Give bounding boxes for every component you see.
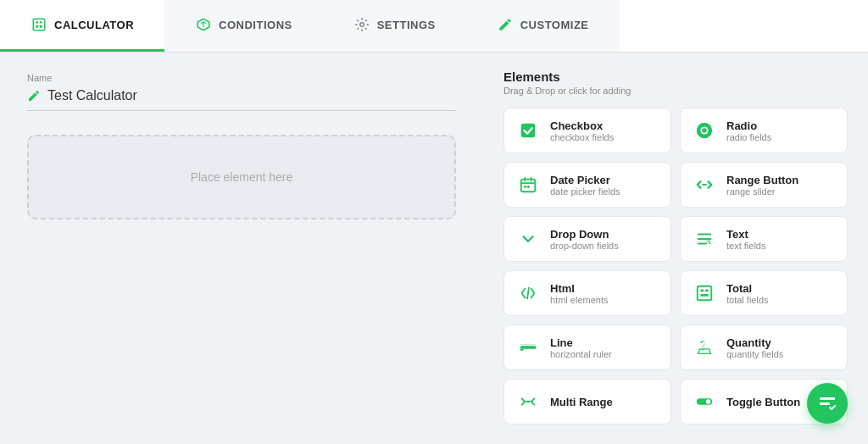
left-panel: Name Test Calculator Place element here xyxy=(0,53,483,444)
tab-calculator[interactable]: CALCULATOR xyxy=(0,0,164,52)
quantity-text: Quantity quantity fields xyxy=(726,336,783,359)
edit-icon xyxy=(27,89,41,103)
tab-customize-label: CUSTOMIZE xyxy=(520,19,589,31)
total-icon xyxy=(693,281,716,305)
name-field: Test Calculator xyxy=(27,88,456,111)
quantity-icon xyxy=(693,336,716,359)
tab-conditions[interactable]: CONDITIONS xyxy=(164,0,323,52)
tab-bar: CALCULATOR CONDITIONS SETTINGS CUSTOMIZE xyxy=(0,0,868,53)
text-icon: A xyxy=(693,227,716,251)
line-text: Line horizontal ruler xyxy=(550,336,612,359)
svg-rect-24 xyxy=(820,402,830,405)
element-card-multi-range[interactable]: Multi Range xyxy=(504,379,671,425)
range-button-desc: range slider xyxy=(726,186,798,197)
tab-calculator-label: CALCULATOR xyxy=(54,19,134,31)
element-card-dropdown[interactable]: Drop Down drop-down fields xyxy=(504,216,671,262)
dropdown-desc: drop-down fields xyxy=(550,241,619,251)
drop-zone[interactable]: Place element here xyxy=(27,135,456,219)
line-name: Line xyxy=(550,336,612,349)
elements-subtitle: Drag & Drop or click for adding xyxy=(504,86,848,96)
element-card-line[interactable]: Line horizontal ruler xyxy=(504,325,671,370)
customize-icon xyxy=(497,16,514,33)
element-card-checkbox[interactable]: Checkbox checkbox fields xyxy=(504,108,671,153)
svg-rect-15 xyxy=(700,289,704,291)
svg-rect-0 xyxy=(33,19,45,31)
svg-text:A: A xyxy=(706,238,711,246)
svg-point-22 xyxy=(706,399,711,404)
name-label: Name xyxy=(27,73,456,83)
checkbox-icon xyxy=(516,119,540,142)
svg-point-9 xyxy=(702,128,707,133)
radio-text: Radio radio fields xyxy=(726,119,771,142)
svg-rect-10 xyxy=(521,180,536,192)
html-desc: html elements xyxy=(550,295,608,305)
line-desc: horizontal ruler xyxy=(550,349,612,359)
date-picker-text: Date Picker date picker fields xyxy=(550,174,620,197)
dropdown-text: Drop Down drop-down fields xyxy=(550,228,619,251)
total-desc: total fields xyxy=(726,295,769,305)
toggle-name: Toggle Button xyxy=(726,396,800,408)
element-card-total[interactable]: Total total fields xyxy=(680,270,848,316)
checkbox-desc: checkbox fields xyxy=(550,132,614,142)
checkbox-name: Checkbox xyxy=(550,119,614,132)
date-picker-name: Date Picker xyxy=(550,174,620,186)
element-card-range-button[interactable]: Range Button range slider xyxy=(680,162,848,208)
html-text: Html html elements xyxy=(550,282,608,305)
tab-conditions-label: CONDITIONS xyxy=(219,19,292,31)
dropdown-icon xyxy=(516,227,540,251)
toggle-icon xyxy=(693,390,716,413)
svg-rect-19 xyxy=(520,349,524,351)
total-text: Total total fields xyxy=(726,282,769,305)
tab-settings[interactable]: SETTINGS xyxy=(323,0,466,52)
name-value[interactable]: Test Calculator xyxy=(47,88,456,103)
tab-settings-label: SETTINGS xyxy=(377,19,436,31)
line-icon xyxy=(516,336,540,359)
svg-rect-17 xyxy=(700,294,708,297)
svg-rect-23 xyxy=(820,397,835,400)
text-desc: text fields xyxy=(726,241,765,251)
svg-rect-3 xyxy=(36,25,38,28)
svg-rect-2 xyxy=(40,21,42,23)
html-icon xyxy=(516,281,540,305)
svg-rect-18 xyxy=(520,346,536,349)
svg-rect-11 xyxy=(524,186,526,188)
svg-point-5 xyxy=(359,23,364,27)
element-card-html[interactable]: Html html elements xyxy=(504,270,671,316)
settings-icon xyxy=(353,16,370,33)
range-button-icon xyxy=(693,173,716,197)
svg-rect-16 xyxy=(705,289,709,291)
svg-rect-1 xyxy=(36,21,38,23)
html-name: Html xyxy=(550,282,608,295)
text-text: Text text fields xyxy=(726,228,765,251)
date-picker-desc: date picker fields xyxy=(550,186,620,197)
tab-customize[interactable]: CUSTOMIZE xyxy=(466,0,620,52)
toggle-text: Toggle Button xyxy=(726,396,800,408)
quantity-desc: quantity fields xyxy=(726,349,783,359)
element-card-quantity[interactable]: Quantity quantity fields xyxy=(680,325,848,370)
elements-grid: Checkbox checkbox fields Radio radio fie… xyxy=(504,108,848,425)
range-button-name: Range Button xyxy=(726,174,798,186)
element-card-radio[interactable]: Radio radio fields xyxy=(680,108,848,153)
radio-desc: radio fields xyxy=(726,132,771,142)
svg-rect-12 xyxy=(527,186,530,188)
element-card-date-picker[interactable]: Date Picker date picker fields xyxy=(504,162,671,208)
conditions-icon xyxy=(195,16,212,33)
multi-range-text: Multi Range xyxy=(550,396,613,408)
range-button-text: Range Button range slider xyxy=(726,174,798,197)
total-name: Total xyxy=(726,282,769,295)
svg-rect-20 xyxy=(520,344,536,345)
checkbox-text: Checkbox checkbox fields xyxy=(550,119,614,142)
multi-range-icon xyxy=(516,390,540,413)
date-picker-icon xyxy=(516,173,540,197)
main-content: Name Test Calculator Place element here … xyxy=(0,53,868,444)
svg-rect-4 xyxy=(40,25,42,28)
multi-range-name: Multi Range xyxy=(550,396,613,408)
right-panel: Elements Drag & Drop or click for adding… xyxy=(483,53,868,444)
fab-button[interactable] xyxy=(807,383,848,424)
calculator-icon xyxy=(31,16,47,33)
text-name: Text xyxy=(726,228,765,241)
element-card-text[interactable]: A Text text fields xyxy=(680,216,848,262)
radio-icon xyxy=(693,119,716,142)
quantity-name: Quantity xyxy=(726,336,783,349)
svg-rect-14 xyxy=(698,286,712,301)
